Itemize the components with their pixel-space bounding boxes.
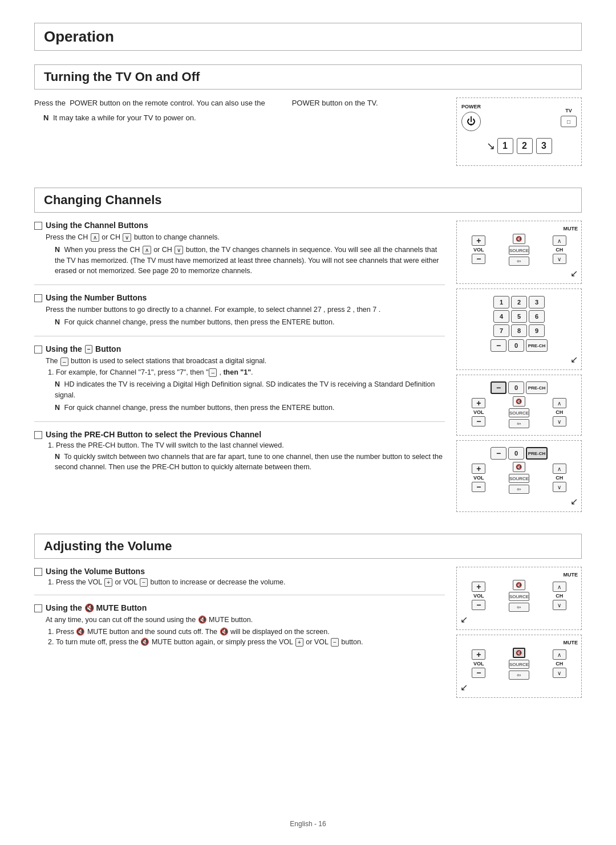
operation-title: Operation — [44, 28, 572, 46]
ch-label-4: CH — [556, 593, 563, 599]
volume-title: Adjusting the Volume — [44, 539, 572, 554]
vol-ch-area-2: + VOL − 🔇 SOURCE ⇦ ∧ CH ∨ — [460, 396, 578, 428]
number-buttons-para1: Press the number buttons to go directly … — [46, 304, 445, 315]
num-diagram: 1 2 3 4 5 6 7 8 9 − 0 PRE-CH — [456, 289, 582, 370]
ch-group-2: ∧ CH ∨ — [553, 398, 566, 426]
dash-diagram: − 0 PRE-CH + VOL − 🔇 SOURCE ⇦ — [456, 375, 582, 436]
dash-highlight-btn: − — [491, 381, 506, 394]
checkbox-icon-5 — [34, 568, 42, 576]
dash-button-header: Using the – Button — [34, 344, 445, 354]
vol-plus-4: + — [472, 582, 485, 592]
volume-section: Adjusting the Volume Using the Volume Bu… — [34, 534, 582, 702]
mute-top-label: MUTE — [460, 226, 578, 231]
arrow-num: ↙ — [460, 354, 578, 365]
dash-list-item-1: For example, for Channel "7-1", press "7… — [56, 368, 445, 377]
ch-down-5: ∨ — [553, 668, 566, 678]
footer-text: English - 16 — [290, 820, 326, 828]
ch-label-3: CH — [556, 475, 563, 481]
prech-dash-btn: − — [491, 447, 506, 460]
channel-buttons-content: Press the CH ∧ or CH ∨ button to change … — [34, 232, 445, 277]
vol-label-5: VOL — [473, 661, 484, 667]
vol-group-3: + VOL − — [472, 464, 485, 492]
ch-up-1: ∧ — [553, 235, 566, 246]
source-btn-1: SOURCE — [509, 246, 529, 255]
prech-zero-row: − 0 PRE-CH — [460, 447, 578, 460]
operation-section-header: Operation — [34, 23, 582, 51]
ch-down-3: ∨ — [553, 482, 566, 492]
channel-buttons-note: N When you press the CH ∧ or CH ∨ button… — [55, 245, 445, 277]
changing-text: Using the Channel Buttons Press the CH ∧… — [34, 221, 445, 474]
prech-zero-btn: 0 — [508, 447, 524, 460]
tv-button-icon: □ — [561, 116, 577, 127]
mute-btn-2: 🔇 — [513, 396, 525, 407]
checkbox-icon-4 — [34, 431, 42, 439]
vol-group-5: + VOL − — [472, 649, 485, 678]
pre-ch-btn-1: PRE-CH — [526, 339, 548, 352]
ch-group-5: ∧ CH ∨ — [553, 649, 566, 678]
mute-btn-1: 🔇 — [513, 234, 525, 244]
ch-diagram-1: MUTE + VOL − 🔇 SOURCE ⇦ ∧ — [456, 221, 582, 284]
input-btn-3: ⇦ — [509, 485, 529, 494]
ch-down-1: ∨ — [553, 254, 566, 264]
mute-button-header: Using the 🔇 MUTE Button — [34, 603, 445, 612]
volume-diagrams: MUTE + VOL − 🔇 SOURCE ⇦ ∧ — [456, 567, 582, 702]
prech-diagram: − 0 PRE-CH + VOL − 🔇 SOURCE ⇦ — [456, 440, 582, 512]
vol-minus-5: − — [472, 668, 485, 678]
input-btn-5: ⇦ — [509, 671, 529, 680]
prech-button-content: Press the PRE-CH button. The TV will swi… — [34, 441, 445, 473]
vol-ch-area-4: + VOL − 🔇 SOURCE ⇦ ∧ CH ∨ — [460, 580, 578, 612]
volume-buttons-list: Press the VOL + or VOL − button to incre… — [46, 578, 445, 587]
turning-text: Press the POWER button on the remote con… — [34, 98, 445, 125]
ch-up-3: ∧ — [553, 464, 566, 474]
zero-row-1: − 0 PRE-CH — [460, 339, 578, 352]
checkbox-icon-6 — [34, 604, 42, 612]
ch-up-2: ∧ — [553, 398, 566, 408]
turning-content: Press the POWER button on the remote con… — [34, 98, 582, 170]
vol-plus-2: + — [472, 398, 485, 408]
changing-diagrams: MUTE + VOL − 🔇 SOURCE ⇦ ∧ — [456, 221, 582, 517]
prech-button-label: Using the PRE-CH Button to select the Pr… — [46, 430, 261, 439]
center-icons-3: 🔇 SOURCE ⇦ — [509, 462, 529, 494]
power-button-icon: ⏻ — [461, 112, 481, 131]
vol-minus-4: − — [472, 600, 485, 610]
vol-plus-5: + — [472, 649, 485, 660]
ch-label-2: CH — [556, 409, 563, 415]
vol-minus-3: − — [472, 482, 485, 492]
vol-plus-3: + — [472, 464, 485, 474]
arrow-1: ↘ — [487, 140, 495, 152]
volume-content: Using the Volume Buttons Press the VOL +… — [34, 567, 582, 702]
vol-group-1: + VOL − — [472, 235, 485, 264]
dash-zero-row: − 0 PRE-CH — [460, 381, 578, 394]
ch-down-4: ∨ — [553, 600, 566, 610]
turning-diagram: POWER ⏻ TV □ ↘ 1 2 3 — [456, 98, 582, 170]
dash-button-note2: N For quick channel change, press the nu… — [55, 403, 445, 413]
input-btn-4: ⇦ — [509, 603, 529, 612]
channel-buttons-para1: Press the CH ∧ or CH ∨ button to change … — [46, 232, 445, 243]
btn-1: 1 — [493, 296, 509, 308]
center-icons-1: 🔇 SOURCE ⇦ — [509, 234, 529, 266]
mute-btn-3: 🔇 — [513, 462, 525, 472]
vol-minus-2: − — [472, 416, 485, 426]
step-1: 1 — [497, 138, 513, 154]
dash-prech-btn: PRE-CH — [526, 381, 548, 394]
number-buttons-content: Press the number buttons to go directly … — [34, 304, 445, 328]
ch-group-1: ∧ CH ∨ — [553, 235, 566, 264]
turning-section: Turning the TV On and Off Press the POWE… — [34, 64, 582, 170]
number-buttons-note: N For quick channel change, press the nu… — [55, 317, 445, 328]
ch-label-5: CH — [556, 661, 563, 667]
btn-7: 7 — [493, 324, 509, 337]
changing-title: Changing Channels — [44, 193, 572, 208]
turning-note: N It may take a while for your TV to pow… — [43, 112, 445, 124]
channel-buttons-header: Using the Channel Buttons — [34, 221, 445, 230]
btn-8: 8 — [511, 324, 527, 337]
mute-btn-highlight: 🔇 — [513, 648, 525, 658]
arrow-vol-1: ↙ — [460, 614, 578, 625]
vol-label-3: VOL — [473, 475, 484, 481]
vol-label-1: VOL — [473, 247, 484, 253]
prech-note: N To quickly switch between two channels… — [55, 452, 445, 473]
ch-group-3: ∧ CH ∨ — [553, 464, 566, 492]
mute-list: Press 🔇 MUTE button and the sound cuts o… — [46, 627, 445, 647]
vol-minus-1: − — [472, 254, 485, 264]
dash-zero-btn: 0 — [508, 381, 524, 394]
mute-list-item-2: To turn mute off, press the 🔇 MUTE butto… — [56, 637, 445, 647]
